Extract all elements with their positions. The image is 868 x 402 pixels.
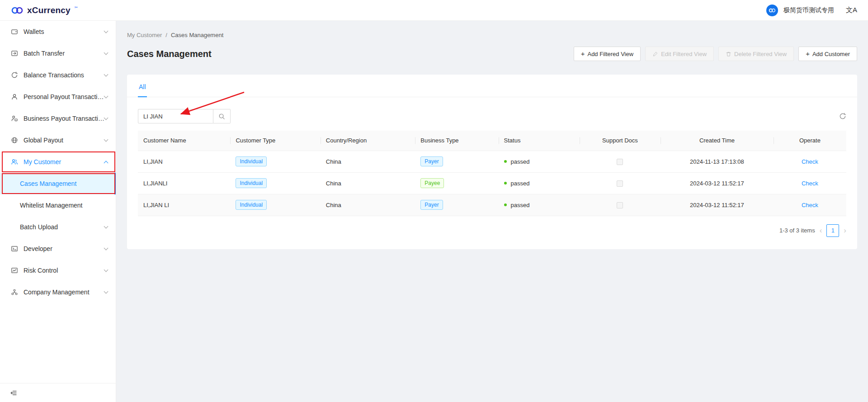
support-docs-checkbox[interactable]: [617, 159, 623, 165]
status-dot: [504, 182, 507, 184]
delete-filtered-view-label: Delete Filtered View: [734, 51, 787, 57]
search-button[interactable]: [213, 109, 231, 123]
business-type-tag: Payer: [420, 156, 443, 166]
col-business-type: Business Type: [415, 131, 498, 151]
personal-payout-icon: [11, 93, 18, 100]
cases-table: Customer Name Customer Type Country/Regi…: [138, 131, 846, 216]
sidebar-item-batch-transfer[interactable]: Batch Transfer: [0, 43, 116, 64]
customer-name-cell: LI,JIAN: [138, 151, 230, 172]
delete-filtered-view-button: Delete Filtered View: [718, 47, 794, 61]
infinity-logo-icon: [11, 6, 24, 14]
prev-page-icon[interactable]: ‹: [820, 227, 822, 234]
sidebar-item-wallets[interactable]: Wallets: [0, 21, 116, 43]
add-customer-label: Add Customer: [812, 51, 850, 57]
created-time-cell: 2024-11-13 17:13:08: [660, 151, 774, 172]
country-cell: China: [321, 194, 415, 216]
chevron-down-icon: [104, 246, 108, 250]
chevron-up-icon: [104, 161, 108, 165]
check-link[interactable]: Check: [802, 158, 818, 165]
support-docs-checkbox[interactable]: [617, 202, 623, 208]
status-badge: passed: [511, 158, 530, 165]
language-switch-icon[interactable]: 文A: [846, 6, 857, 14]
sidebar-item-label: Wallets: [24, 28, 104, 35]
collapse-sidebar-icon[interactable]: [10, 389, 17, 397]
customer-type-tag: Individual: [236, 200, 267, 210]
sidebar-item-label: Batch Transfer: [24, 50, 104, 57]
col-country-region: Country/Region: [321, 131, 415, 151]
breadcrumb: My Customer / Cases Management: [127, 21, 857, 38]
col-customer-name: Customer Name: [138, 131, 230, 151]
sidebar-item-business-payout-transactions[interactable]: Business Payout Transactions: [0, 108, 116, 129]
plus-icon: +: [806, 50, 810, 57]
batch-transfer-icon: [11, 50, 18, 57]
wallet-icon: [11, 28, 18, 35]
account-name[interactable]: 极简货币测试专用: [783, 6, 834, 14]
chevron-down-icon: [104, 267, 108, 272]
status-dot: [504, 203, 507, 206]
customer-type-tag: Individual: [236, 178, 267, 188]
sidebar-subitem-batch-upload[interactable]: Batch Upload: [0, 216, 116, 238]
add-filtered-view-button[interactable]: + Add Filtered View: [574, 47, 641, 61]
sidebar-item-developer[interactable]: Developer: [0, 238, 116, 260]
page-number[interactable]: 1: [826, 224, 839, 237]
sidebar-subitem-label: Batch Upload: [20, 223, 104, 231]
plus-icon: +: [581, 50, 585, 57]
status-badge: passed: [511, 202, 530, 208]
main-content: My Customer / Cases Management Cases Man…: [116, 21, 868, 402]
sidebar-item-company-management[interactable]: Company Management: [0, 281, 116, 303]
table-row: LI,JIAN LI Individual China Payer passed…: [138, 194, 846, 216]
sidebar-item-label: Developer: [24, 245, 104, 252]
sidebar-item-label: Personal Payout Transactions: [24, 93, 104, 100]
status-badge: passed: [511, 180, 530, 187]
chevron-down-icon: [104, 115, 108, 120]
business-type-tag: Payee: [420, 178, 444, 188]
search-input[interactable]: [138, 109, 213, 123]
check-link[interactable]: Check: [802, 202, 818, 208]
company-management-icon: [11, 288, 18, 296]
customer-type-tag: Individual: [236, 156, 267, 166]
tab-bar: All: [127, 75, 857, 97]
table-row: LI,JIANLI Individual China Payee passed …: [138, 172, 846, 194]
account-avatar[interactable]: [766, 5, 778, 16]
sidebar-item-label: Global Payout: [24, 137, 104, 144]
sidebar-item-label: Company Management: [24, 288, 104, 296]
sidebar: Wallets Batch Transfer Balance Transacti…: [0, 21, 116, 402]
refresh-icon[interactable]: [839, 113, 846, 120]
sidebar-item-risk-control[interactable]: Risk Control: [0, 260, 116, 281]
customer-name-cell: LI,JIAN LI: [138, 194, 230, 216]
created-time-cell: 2024-03-12 11:52:17: [660, 194, 774, 216]
created-time-cell: 2024-03-12 11:52:17: [660, 172, 774, 194]
add-customer-button[interactable]: + Add Customer: [798, 47, 857, 61]
tab-all[interactable]: All: [138, 83, 147, 97]
breadcrumb-my-customer[interactable]: My Customer: [127, 32, 162, 38]
col-support-docs: Support Docs: [580, 131, 660, 151]
next-page-icon[interactable]: ›: [844, 227, 846, 234]
check-link[interactable]: Check: [802, 180, 818, 187]
chevron-down-icon: [104, 28, 108, 33]
sidebar-item-personal-payout-transactions[interactable]: Personal Payout Transactions: [0, 86, 116, 108]
sidebar-footer: [0, 383, 116, 402]
edit-filtered-view-label: Edit Filtered View: [661, 51, 707, 57]
chevron-down-icon: [104, 94, 108, 98]
sidebar-item-my-customer[interactable]: My Customer: [0, 151, 116, 173]
sidebar-subitem-label: Cases Management: [20, 180, 76, 187]
sidebar-item-label: Business Payout Transactions: [24, 115, 104, 122]
breadcrumb-current: Cases Management: [171, 32, 223, 38]
sidebar-item-label: Risk Control: [24, 267, 104, 274]
customer-name-cell: LI,JIANLI: [138, 172, 230, 194]
support-docs-checkbox[interactable]: [617, 180, 623, 187]
table-row: LI,JIAN Individual China Payer passed 20…: [138, 151, 846, 172]
pagination: 1-3 of 3 items ‹ 1 ›: [127, 216, 857, 243]
my-customer-icon: [11, 158, 18, 166]
sidebar-subitem-label: Whitelist Management: [20, 202, 83, 209]
add-filtered-view-label: Add Filtered View: [587, 51, 633, 57]
sidebar-item-label: My Customer: [24, 158, 104, 166]
sidebar-item-balance-transactions[interactable]: Balance Transactions: [0, 64, 116, 86]
chevron-down-icon: [104, 289, 108, 293]
sidebar-subitem-cases-management[interactable]: Cases Management: [0, 173, 116, 194]
global-payout-icon: [11, 137, 18, 144]
sidebar-item-global-payout[interactable]: Global Payout: [0, 129, 116, 151]
sidebar-subitem-whitelist-management[interactable]: Whitelist Management: [0, 194, 116, 216]
customer-search: [138, 109, 231, 123]
developer-icon: [11, 245, 18, 252]
